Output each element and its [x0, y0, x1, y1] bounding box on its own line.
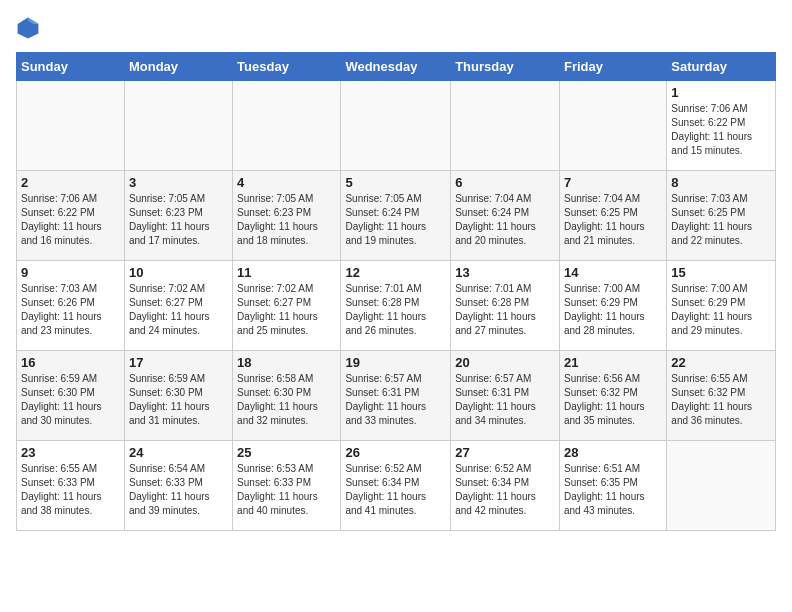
week-row-2: 9Sunrise: 7:03 AM Sunset: 6:26 PM Daylig…: [17, 261, 776, 351]
day-info: Sunrise: 7:05 AM Sunset: 6:23 PM Dayligh…: [237, 192, 336, 248]
day-number: 8: [671, 175, 771, 190]
day-info: Sunrise: 7:05 AM Sunset: 6:24 PM Dayligh…: [345, 192, 446, 248]
day-info: Sunrise: 7:03 AM Sunset: 6:25 PM Dayligh…: [671, 192, 771, 248]
day-header-row: SundayMondayTuesdayWednesdayThursdayFrid…: [17, 53, 776, 81]
day-number: 22: [671, 355, 771, 370]
day-cell: 6Sunrise: 7:04 AM Sunset: 6:24 PM Daylig…: [451, 171, 560, 261]
day-cell: 5Sunrise: 7:05 AM Sunset: 6:24 PM Daylig…: [341, 171, 451, 261]
day-cell: 16Sunrise: 6:59 AM Sunset: 6:30 PM Dayli…: [17, 351, 125, 441]
day-number: 3: [129, 175, 228, 190]
calendar-table: SundayMondayTuesdayWednesdayThursdayFrid…: [16, 52, 776, 531]
day-info: Sunrise: 6:53 AM Sunset: 6:33 PM Dayligh…: [237, 462, 336, 518]
day-info: Sunrise: 7:04 AM Sunset: 6:25 PM Dayligh…: [564, 192, 662, 248]
day-cell: 15Sunrise: 7:00 AM Sunset: 6:29 PM Dayli…: [667, 261, 776, 351]
day-cell: 17Sunrise: 6:59 AM Sunset: 6:30 PM Dayli…: [124, 351, 232, 441]
day-number: 26: [345, 445, 446, 460]
week-row-0: 1Sunrise: 7:06 AM Sunset: 6:22 PM Daylig…: [17, 81, 776, 171]
day-header-friday: Friday: [559, 53, 666, 81]
day-number: 21: [564, 355, 662, 370]
day-info: Sunrise: 7:04 AM Sunset: 6:24 PM Dayligh…: [455, 192, 555, 248]
day-info: Sunrise: 6:59 AM Sunset: 6:30 PM Dayligh…: [21, 372, 120, 428]
day-cell: 22Sunrise: 6:55 AM Sunset: 6:32 PM Dayli…: [667, 351, 776, 441]
day-number: 23: [21, 445, 120, 460]
day-cell: 1Sunrise: 7:06 AM Sunset: 6:22 PM Daylig…: [667, 81, 776, 171]
day-info: Sunrise: 6:58 AM Sunset: 6:30 PM Dayligh…: [237, 372, 336, 428]
day-info: Sunrise: 6:56 AM Sunset: 6:32 PM Dayligh…: [564, 372, 662, 428]
week-row-4: 23Sunrise: 6:55 AM Sunset: 6:33 PM Dayli…: [17, 441, 776, 531]
day-cell: 8Sunrise: 7:03 AM Sunset: 6:25 PM Daylig…: [667, 171, 776, 261]
day-number: 28: [564, 445, 662, 460]
day-cell: [17, 81, 125, 171]
day-cell: 18Sunrise: 6:58 AM Sunset: 6:30 PM Dayli…: [233, 351, 341, 441]
day-header-tuesday: Tuesday: [233, 53, 341, 81]
day-cell: [341, 81, 451, 171]
day-info: Sunrise: 6:57 AM Sunset: 6:31 PM Dayligh…: [455, 372, 555, 428]
day-header-thursday: Thursday: [451, 53, 560, 81]
day-cell: [559, 81, 666, 171]
day-info: Sunrise: 7:01 AM Sunset: 6:28 PM Dayligh…: [345, 282, 446, 338]
day-cell: 27Sunrise: 6:52 AM Sunset: 6:34 PM Dayli…: [451, 441, 560, 531]
day-info: Sunrise: 6:55 AM Sunset: 6:32 PM Dayligh…: [671, 372, 771, 428]
day-cell: 21Sunrise: 6:56 AM Sunset: 6:32 PM Dayli…: [559, 351, 666, 441]
day-info: Sunrise: 7:02 AM Sunset: 6:27 PM Dayligh…: [237, 282, 336, 338]
header: [16, 16, 776, 40]
day-cell: 25Sunrise: 6:53 AM Sunset: 6:33 PM Dayli…: [233, 441, 341, 531]
day-info: Sunrise: 6:59 AM Sunset: 6:30 PM Dayligh…: [129, 372, 228, 428]
day-number: 4: [237, 175, 336, 190]
day-cell: 23Sunrise: 6:55 AM Sunset: 6:33 PM Dayli…: [17, 441, 125, 531]
day-number: 10: [129, 265, 228, 280]
day-cell: 19Sunrise: 6:57 AM Sunset: 6:31 PM Dayli…: [341, 351, 451, 441]
day-number: 11: [237, 265, 336, 280]
day-info: Sunrise: 6:55 AM Sunset: 6:33 PM Dayligh…: [21, 462, 120, 518]
day-info: Sunrise: 6:52 AM Sunset: 6:34 PM Dayligh…: [455, 462, 555, 518]
day-info: Sunrise: 6:54 AM Sunset: 6:33 PM Dayligh…: [129, 462, 228, 518]
day-number: 20: [455, 355, 555, 370]
day-info: Sunrise: 7:00 AM Sunset: 6:29 PM Dayligh…: [671, 282, 771, 338]
day-header-wednesday: Wednesday: [341, 53, 451, 81]
day-cell: [667, 441, 776, 531]
day-info: Sunrise: 7:00 AM Sunset: 6:29 PM Dayligh…: [564, 282, 662, 338]
day-number: 7: [564, 175, 662, 190]
day-cell: 20Sunrise: 6:57 AM Sunset: 6:31 PM Dayli…: [451, 351, 560, 441]
day-cell: 12Sunrise: 7:01 AM Sunset: 6:28 PM Dayli…: [341, 261, 451, 351]
day-info: Sunrise: 6:52 AM Sunset: 6:34 PM Dayligh…: [345, 462, 446, 518]
day-cell: 24Sunrise: 6:54 AM Sunset: 6:33 PM Dayli…: [124, 441, 232, 531]
day-header-monday: Monday: [124, 53, 232, 81]
day-cell: 28Sunrise: 6:51 AM Sunset: 6:35 PM Dayli…: [559, 441, 666, 531]
day-number: 9: [21, 265, 120, 280]
day-info: Sunrise: 7:01 AM Sunset: 6:28 PM Dayligh…: [455, 282, 555, 338]
day-info: Sunrise: 6:51 AM Sunset: 6:35 PM Dayligh…: [564, 462, 662, 518]
day-number: 12: [345, 265, 446, 280]
day-cell: 2Sunrise: 7:06 AM Sunset: 6:22 PM Daylig…: [17, 171, 125, 261]
day-cell: 10Sunrise: 7:02 AM Sunset: 6:27 PM Dayli…: [124, 261, 232, 351]
logo: [16, 16, 44, 40]
day-cell: [451, 81, 560, 171]
day-cell: 26Sunrise: 6:52 AM Sunset: 6:34 PM Dayli…: [341, 441, 451, 531]
week-row-1: 2Sunrise: 7:06 AM Sunset: 6:22 PM Daylig…: [17, 171, 776, 261]
day-number: 1: [671, 85, 771, 100]
day-info: Sunrise: 7:06 AM Sunset: 6:22 PM Dayligh…: [671, 102, 771, 158]
day-cell: [233, 81, 341, 171]
day-number: 15: [671, 265, 771, 280]
day-cell: 11Sunrise: 7:02 AM Sunset: 6:27 PM Dayli…: [233, 261, 341, 351]
day-cell: 3Sunrise: 7:05 AM Sunset: 6:23 PM Daylig…: [124, 171, 232, 261]
day-info: Sunrise: 6:57 AM Sunset: 6:31 PM Dayligh…: [345, 372, 446, 428]
day-info: Sunrise: 7:03 AM Sunset: 6:26 PM Dayligh…: [21, 282, 120, 338]
day-number: 2: [21, 175, 120, 190]
day-number: 13: [455, 265, 555, 280]
day-number: 27: [455, 445, 555, 460]
day-info: Sunrise: 7:05 AM Sunset: 6:23 PM Dayligh…: [129, 192, 228, 248]
day-cell: 4Sunrise: 7:05 AM Sunset: 6:23 PM Daylig…: [233, 171, 341, 261]
day-number: 18: [237, 355, 336, 370]
day-number: 17: [129, 355, 228, 370]
day-number: 19: [345, 355, 446, 370]
day-header-sunday: Sunday: [17, 53, 125, 81]
day-header-saturday: Saturday: [667, 53, 776, 81]
day-info: Sunrise: 7:06 AM Sunset: 6:22 PM Dayligh…: [21, 192, 120, 248]
day-number: 24: [129, 445, 228, 460]
day-cell: 13Sunrise: 7:01 AM Sunset: 6:28 PM Dayli…: [451, 261, 560, 351]
day-number: 6: [455, 175, 555, 190]
logo-icon: [16, 16, 40, 40]
day-cell: [124, 81, 232, 171]
day-info: Sunrise: 7:02 AM Sunset: 6:27 PM Dayligh…: [129, 282, 228, 338]
